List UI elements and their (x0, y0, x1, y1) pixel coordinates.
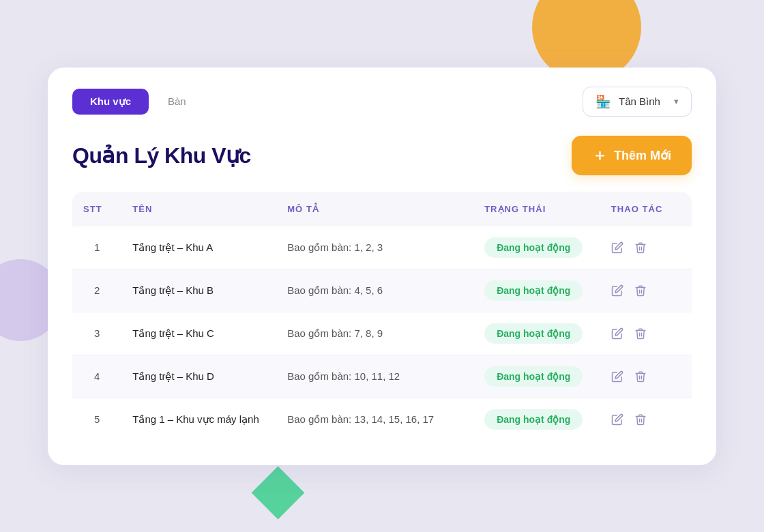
chevron-down-icon: ▾ (674, 96, 679, 106)
status-badge: Đang hoạt động (484, 280, 583, 301)
edit-icon[interactable] (611, 327, 623, 340)
table-header-row: STT TÊN MÔ TẢ TRẠNG THÁI THAO TÁC (72, 192, 692, 226)
cell-stt: 3 (72, 312, 121, 355)
edit-icon[interactable] (611, 284, 623, 297)
col-header-stt: STT (72, 192, 121, 226)
delete-icon[interactable] (634, 241, 647, 254)
location-dropdown[interactable]: 🏪 Tân Bình ▾ (583, 87, 692, 117)
main-card: Khu vực Bàn 🏪 Tân Bình ▾ Quản Lý Khu Vực… (48, 68, 716, 465)
status-badge: Đang hoạt động (484, 366, 583, 387)
col-header-trangthai: TRẠNG THÁI (473, 192, 600, 226)
cell-ten: Tầng 1 – Khu vực máy lạnh (121, 398, 276, 441)
cell-thaotac (600, 355, 692, 398)
edit-icon[interactable] (611, 370, 623, 383)
cell-mota: Bao gồm bàn: 10, 11, 12 (276, 355, 473, 398)
cell-mota: Bao gồm bàn: 7, 8, 9 (276, 312, 473, 355)
cell-thaotac (600, 226, 692, 269)
edit-icon[interactable] (611, 413, 623, 426)
cell-trangthai: Đang hoạt động (473, 269, 600, 312)
col-header-mota: MÔ TẢ (276, 192, 473, 226)
store-icon: 🏪 (596, 94, 611, 109)
col-header-ten: TÊN (121, 192, 276, 226)
table-row: 2 Tầng trệt – Khu B Bao gồm bàn: 4, 5, 6… (72, 269, 692, 312)
cell-trangthai: Đang hoạt động (473, 355, 600, 398)
delete-icon[interactable] (634, 284, 647, 297)
dropdown-value: Tân Bình (619, 95, 660, 107)
delete-icon[interactable] (634, 327, 647, 340)
table-row: 4 Tầng trệt – Khu D Bao gồm bàn: 10, 11,… (72, 355, 692, 398)
status-badge: Đang hoạt động (484, 409, 583, 430)
col-header-thaotac: THAO TÁC (600, 192, 692, 226)
cell-stt: 5 (72, 398, 121, 441)
add-new-button[interactable]: ＋ Thêm Mới (572, 136, 692, 175)
cell-ten: Tầng trệt – Khu A (121, 226, 276, 269)
cell-thaotac (600, 398, 692, 441)
status-badge: Đang hoạt động (484, 237, 583, 258)
tab-ban[interactable]: Bàn (154, 89, 200, 114)
cell-trangthai: Đang hoạt động (473, 312, 600, 355)
zones-table: STT TÊN MÔ TẢ TRẠNG THÁI THAO TÁC 1 Tầng… (72, 192, 692, 441)
plus-icon: ＋ (592, 145, 607, 166)
delete-icon[interactable] (634, 413, 647, 426)
cell-stt: 1 (72, 226, 121, 269)
cell-mota: Bao gồm bàn: 1, 2, 3 (276, 226, 473, 269)
cell-mota: Bao gồm bàn: 4, 5, 6 (276, 269, 473, 312)
status-badge: Đang hoạt động (484, 323, 583, 344)
cell-ten: Tầng trệt – Khu C (121, 312, 276, 355)
cell-trangthai: Đang hoạt động (473, 398, 600, 441)
page-title: Quản Lý Khu Vực (72, 143, 251, 168)
cell-thaotac (600, 312, 692, 355)
table-row: 5 Tầng 1 – Khu vực máy lạnh Bao gồm bàn:… (72, 398, 692, 441)
add-btn-label: Thêm Mới (614, 148, 671, 163)
cell-ten: Tầng trệt – Khu D (121, 355, 276, 398)
cell-mota: Bao gồm bàn: 13, 14, 15, 16, 17 (276, 398, 473, 441)
cell-stt: 4 (72, 355, 121, 398)
cell-trangthai: Đang hoạt động (473, 226, 600, 269)
tab-khu-vuc[interactable]: Khu vực (72, 89, 149, 115)
edit-icon[interactable] (611, 241, 623, 254)
tab-group: Khu vực Bàn (72, 89, 200, 115)
table-row: 3 Tầng trệt – Khu C Bao gồm bàn: 7, 8, 9… (72, 312, 692, 355)
delete-icon[interactable] (634, 370, 647, 383)
top-bar: Khu vực Bàn 🏪 Tân Bình ▾ (72, 87, 692, 117)
cell-thaotac (600, 269, 692, 312)
cell-ten: Tầng trệt – Khu B (121, 269, 276, 312)
cell-stt: 2 (72, 269, 121, 312)
bg-decoration-green (252, 467, 305, 520)
header-row: Quản Lý Khu Vực ＋ Thêm Mới (72, 136, 692, 175)
table-container: STT TÊN MÔ TẢ TRẠNG THÁI THAO TÁC 1 Tầng… (72, 192, 692, 441)
table-row: 1 Tầng trệt – Khu A Bao gồm bàn: 1, 2, 3… (72, 226, 692, 269)
